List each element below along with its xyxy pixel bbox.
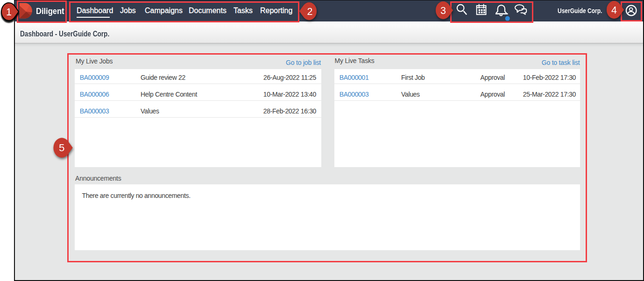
svg-text:2: 2	[307, 6, 312, 17]
svg-text:1: 1	[6, 7, 12, 18]
svg-text:3: 3	[440, 5, 446, 16]
svg-text:4: 4	[611, 5, 617, 16]
svg-text:5: 5	[59, 142, 64, 154]
